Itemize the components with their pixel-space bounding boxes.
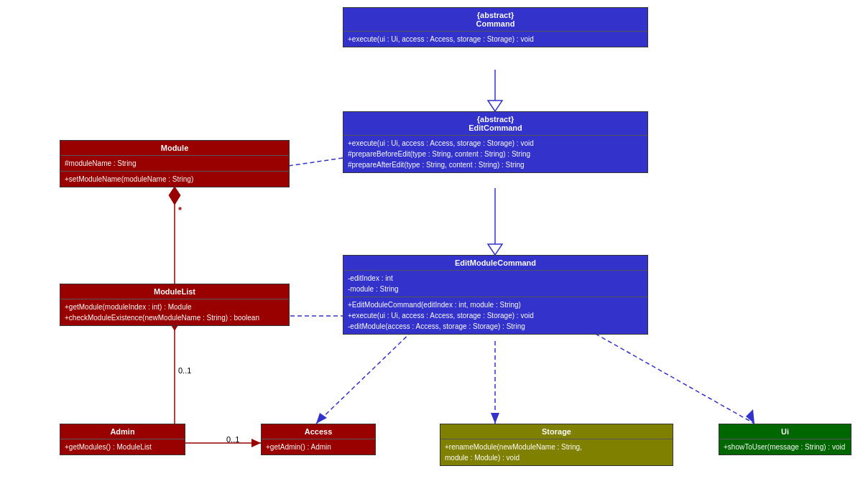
svg-marker-5 [169,187,180,205]
ui-methods: +showToUser(message : String) : void [719,439,851,455]
storage-header: Storage [440,424,673,439]
module-method-1: +setModuleName(moduleName : String) [65,174,285,185]
admin-method-1: +getModules() : ModuleList [65,442,180,452]
module-list-header: ModuleList [60,284,289,299]
ui-header: Ui [719,424,851,439]
uml-diagram: * 0..1 0..1 {abstract} Command +execute(… [0,0,868,494]
edit-command-abstract: {abstract} [348,115,643,124]
multiplicity-zero-one-admin: 0..1 [178,366,191,375]
edit-module-method-2: +execute(ui : Ui, access : Access, stora… [348,310,643,321]
edit-command-class: {abstract} EditCommand +execute(ui : Ui,… [343,111,648,173]
command-class: {abstract} Command +execute(ui : Ui, acc… [343,7,648,47]
arrows-svg [0,0,868,494]
ui-class: Ui +showToUser(message : String) : void [719,424,851,455]
edit-module-command-methods: +EditModuleCommand(editIndex : int, modu… [343,297,647,334]
access-name: Access [266,427,371,436]
edit-module-command-class: EditModuleCommand -editIndex : int -modu… [343,255,648,335]
command-method-1: +execute(ui : Ui, access : Access, stora… [348,34,643,45]
edit-module-field-2: -module : String [348,284,643,294]
module-class: Module #moduleName : String +setModuleNa… [60,140,290,187]
edit-module-field-1: -editIndex : int [348,273,643,284]
storage-class: Storage +renameModule(newModuleName : St… [440,424,673,466]
module-list-method-2: +checkModuleExistence(newModuleName : St… [65,312,285,323]
module-header: Module [60,141,289,155]
command-name: Command [348,19,643,28]
module-list-method-1: +getModule(moduleIndex : int) : Module [65,302,285,312]
svg-marker-12 [316,413,327,424]
edit-command-header: {abstract} EditCommand [343,112,647,135]
edit-module-command-name: EditModuleCommand [348,258,643,267]
storage-methods: +renameModule(newModuleName : String, mo… [440,439,673,465]
admin-name: Admin [65,427,180,436]
storage-method-1: +renameModule(newModuleName : String, [445,442,668,452]
edit-command-method-2: #prepareBeforeEdit(type : String, conten… [348,149,643,159]
module-methods: +setModuleName(moduleName : String) [60,171,289,187]
svg-marker-14 [491,413,499,424]
multiplicity-zero-one-access: 0..1 [226,435,239,444]
edit-command-method-3: #prepareAfterEdit(type : String, content… [348,159,643,170]
edit-command-method-1: +execute(ui : Ui, access : Access, stora… [348,138,643,149]
module-list-name: ModuleList [65,287,285,296]
edit-module-command-header: EditModuleCommand [343,256,647,270]
module-fields: #moduleName : String [60,155,289,171]
module-list-class: ModuleList +getModule(moduleIndex : int)… [60,284,290,326]
svg-marker-16 [746,409,754,424]
admin-header: Admin [60,424,185,439]
module-list-methods: +getModule(moduleIndex : int) : Module +… [60,299,289,325]
access-header: Access [262,424,375,439]
command-abstract: {abstract} [348,11,643,19]
edit-command-methods: +execute(ui : Ui, access : Access, stora… [343,135,647,172]
ui-method-1: +showToUser(message : String) : void [724,442,846,452]
command-header: {abstract} Command [343,8,647,31]
admin-class: Admin +getModules() : ModuleList [60,424,185,455]
svg-marker-6 [171,187,178,197]
svg-marker-1 [488,101,502,111]
edit-module-command-fields: -editIndex : int -module : String [343,270,647,297]
storage-name: Storage [445,427,668,436]
access-class: Access +getAdmin() : Admin [261,424,376,455]
edit-command-name: EditCommand [348,124,643,132]
storage-method-2: module : Module) : void [445,452,668,463]
ui-name: Ui [724,427,846,436]
command-methods: +execute(ui : Ui, access : Access, stora… [343,31,647,47]
module-field-1: #moduleName : String [65,158,285,169]
svg-marker-3 [488,244,502,255]
svg-line-15 [589,330,754,424]
edit-module-method-1: +EditModuleCommand(editIndex : int, modu… [348,299,643,310]
access-methods: +getAdmin() : Admin [262,439,375,455]
edit-module-method-3: -editModule(access : Access, storage : S… [348,321,643,332]
svg-marker-10 [251,439,261,447]
access-method-1: +getAdmin() : Admin [266,442,371,452]
multiplicity-star: * [178,205,182,215]
svg-line-11 [316,327,417,424]
admin-methods: +getModules() : ModuleList [60,439,185,455]
module-name: Module [65,144,285,152]
